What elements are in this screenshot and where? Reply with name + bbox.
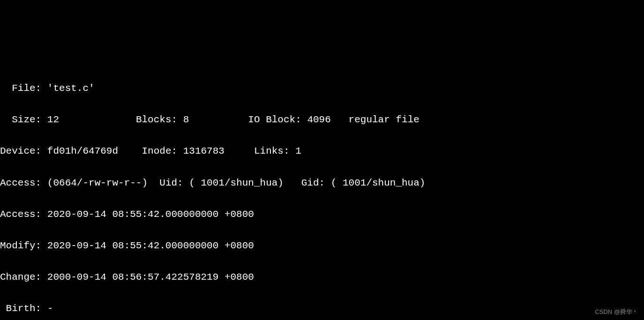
links-value: 1 xyxy=(295,146,301,156)
inode-value: 1316783 xyxy=(183,146,225,156)
file-value: 'test.c' xyxy=(47,83,95,94)
device-label: Device: xyxy=(0,146,47,156)
modify-label: Modify: xyxy=(0,240,47,251)
uid-label: Uid: xyxy=(159,178,189,188)
birth-value: - xyxy=(47,303,53,314)
blocks-value: 8 xyxy=(183,114,189,125)
size-label: Size: xyxy=(0,114,47,125)
access-perm-label: Access: xyxy=(0,178,47,188)
ioblock-label: IO Block: xyxy=(248,114,307,125)
access-time: 2020-09-14 08:55:42.000000000 +0800 xyxy=(47,209,254,220)
stat-device-line: Device: fd01h/64769d Inode: 1316783 Link… xyxy=(0,143,644,159)
gid-label: Gid: xyxy=(301,178,331,188)
stat-modify-line: Modify: 2020-09-14 08:55:42.000000000 +0… xyxy=(0,238,644,254)
modify-time: 2020-09-14 08:55:42.000000000 +0800 xyxy=(47,240,254,251)
stat-file-line: File: 'test.c' xyxy=(0,81,644,97)
file-type: regular file xyxy=(349,114,419,125)
links-label: Links: xyxy=(254,146,295,156)
gid-value: ( 1001/shun_hua) xyxy=(331,178,426,188)
stat-access-perm-line: Access: (0664/-rw-rw-r--) Uid: ( 1001/sh… xyxy=(0,175,644,191)
stat-size-line: Size: 12 Blocks: 8 IO Block: 4096 regula… xyxy=(0,112,644,128)
watermark-text: CSDN @舜华丶 xyxy=(595,307,638,317)
uid-value: ( 1001/shun_hua) xyxy=(189,178,284,188)
birth-label: Birth: xyxy=(0,303,47,314)
stat-change-line: Change: 2000-09-14 08:56:57.422578219 +0… xyxy=(0,269,644,285)
blocks-label: Blocks: xyxy=(136,114,183,125)
change-label: Change: xyxy=(0,272,47,283)
terminal-output[interactable]: File: 'test.c' Size: 12 Blocks: 8 IO Blo… xyxy=(0,65,644,320)
access-time-label: Access: xyxy=(0,209,47,220)
file-label: File: xyxy=(0,83,47,94)
stat-birth-line: Birth: - xyxy=(0,301,644,317)
ioblock-value: 4096 xyxy=(307,114,330,125)
size-value: 12 xyxy=(47,114,59,125)
access-perm: (0664/-rw-rw-r--) xyxy=(47,178,148,188)
device-value: fd01h/64769d xyxy=(47,146,118,156)
inode-label: Inode: xyxy=(142,146,183,156)
stat-access-time-line: Access: 2020-09-14 08:55:42.000000000 +0… xyxy=(0,207,644,223)
change-time: 2000-09-14 08:56:57.422578219 +0800 xyxy=(47,272,254,283)
